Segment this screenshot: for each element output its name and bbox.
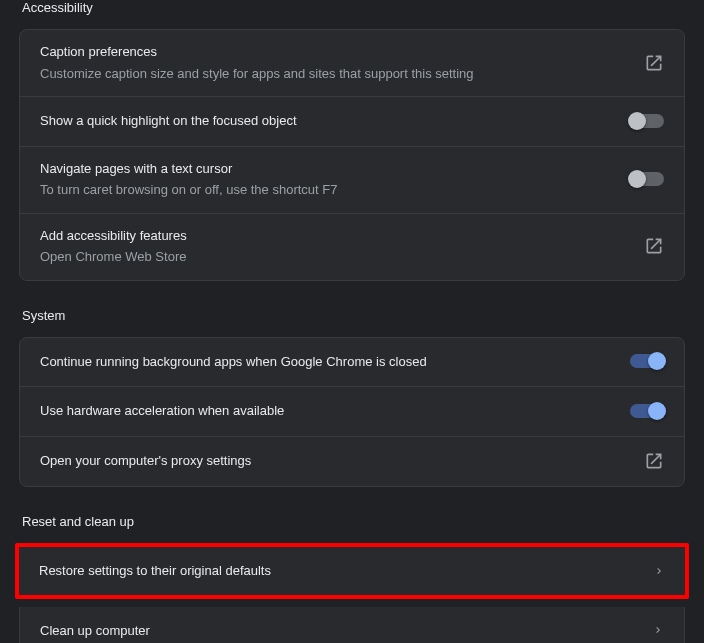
system-card: Continue running background apps when Go…: [19, 337, 685, 487]
section-heading-accessibility: Accessibility: [2, 0, 702, 29]
external-link-icon: [644, 451, 664, 471]
add-accessibility-features-row[interactable]: Add accessibility features Open Chrome W…: [20, 213, 684, 280]
background-apps-title: Continue running background apps when Go…: [40, 352, 618, 372]
quick-highlight-row[interactable]: Show a quick highlight on the focused ob…: [20, 96, 684, 146]
caption-preferences-title: Caption preferences: [40, 42, 632, 62]
background-apps-toggle[interactable]: [630, 354, 664, 368]
quick-highlight-title: Show a quick highlight on the focused ob…: [40, 111, 618, 131]
section-heading-reset: Reset and clean up: [2, 514, 702, 543]
external-link-icon: [644, 236, 664, 256]
caret-browsing-title: Navigate pages with a text cursor: [40, 159, 618, 179]
cleanup-computer-row[interactable]: Clean up computer: [20, 607, 684, 644]
add-accessibility-features-title: Add accessibility features: [40, 226, 632, 246]
hardware-acceleration-toggle[interactable]: [630, 404, 664, 418]
caret-browsing-sub: To turn caret browsing on or off, use th…: [40, 180, 618, 200]
proxy-settings-title: Open your computer's proxy settings: [40, 451, 632, 471]
caption-preferences-row[interactable]: Caption preferences Customize caption si…: [20, 30, 684, 96]
restore-defaults-title: Restore settings to their original defau…: [39, 561, 641, 581]
hardware-acceleration-row[interactable]: Use hardware acceleration when available: [20, 386, 684, 436]
background-apps-row[interactable]: Continue running background apps when Go…: [20, 338, 684, 387]
caret-browsing-toggle[interactable]: [630, 172, 664, 186]
restore-defaults-highlight: Restore settings to their original defau…: [15, 543, 689, 599]
hardware-acceleration-title: Use hardware acceleration when available: [40, 401, 618, 421]
accessibility-card: Caption preferences Customize caption si…: [19, 29, 685, 281]
chevron-right-icon: [652, 624, 664, 636]
proxy-settings-row[interactable]: Open your computer's proxy settings: [20, 436, 684, 486]
section-heading-system: System: [2, 308, 702, 337]
cleanup-card: Clean up computer: [19, 607, 685, 644]
caret-browsing-row[interactable]: Navigate pages with a text cursor To tur…: [20, 146, 684, 213]
restore-defaults-row[interactable]: Restore settings to their original defau…: [19, 547, 685, 595]
add-accessibility-features-sub: Open Chrome Web Store: [40, 247, 632, 267]
cleanup-computer-title: Clean up computer: [40, 621, 640, 641]
external-link-icon: [644, 53, 664, 73]
quick-highlight-toggle[interactable]: [630, 114, 664, 128]
caption-preferences-sub: Customize caption size and style for app…: [40, 64, 632, 84]
chevron-right-icon: [653, 565, 665, 577]
